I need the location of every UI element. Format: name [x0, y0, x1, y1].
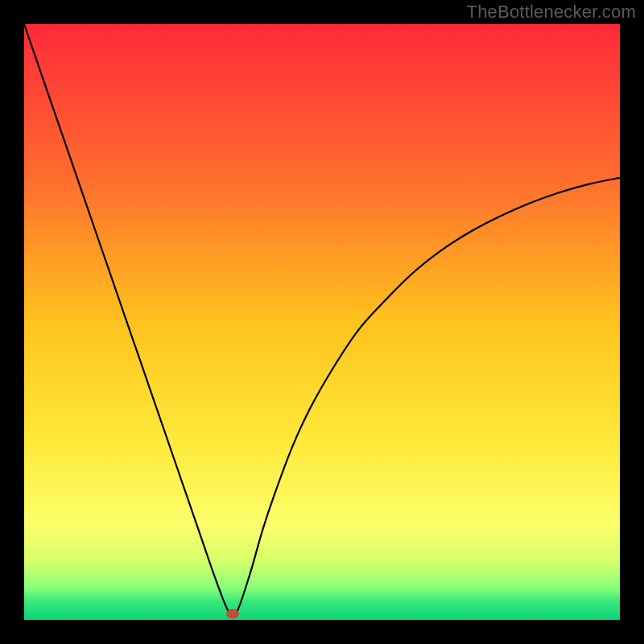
- bottleneck-chart: [24, 24, 620, 620]
- optimal-point-marker: [226, 609, 239, 619]
- watermark-label: TheBottlenecker.com: [467, 2, 636, 23]
- gradient-background: [24, 24, 620, 620]
- plot-area: [24, 24, 620, 620]
- chart-frame: TheBottlenecker.com: [0, 0, 644, 644]
